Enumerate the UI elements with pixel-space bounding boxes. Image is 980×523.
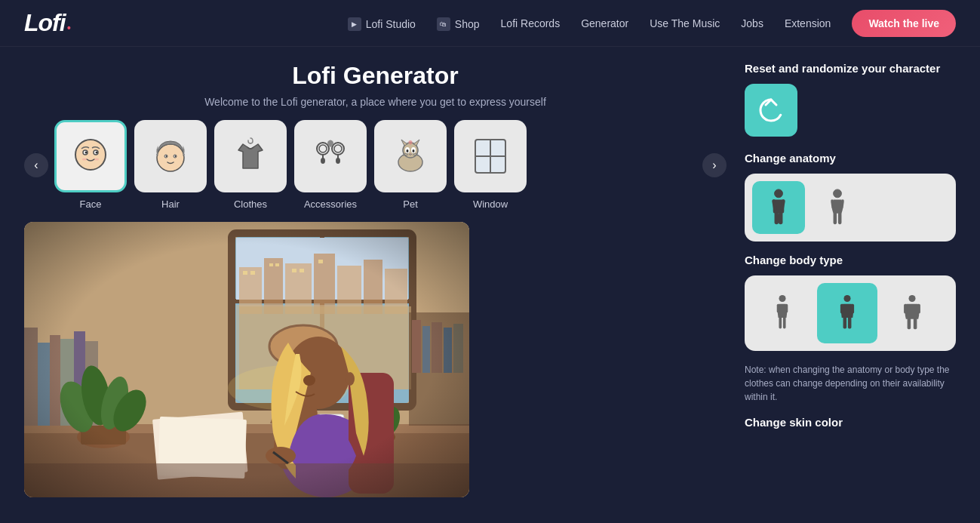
svg-point-25 bbox=[407, 149, 409, 152]
nav-item-use-the-music[interactable]: Use The Music bbox=[650, 17, 720, 30]
pet-icon bbox=[388, 134, 433, 179]
category-window[interactable]: Window bbox=[454, 120, 527, 210]
body-type-section-title: Change body type bbox=[745, 254, 956, 266]
svg-point-26 bbox=[413, 149, 415, 152]
svg-point-7 bbox=[157, 144, 184, 171]
category-clothes[interactable]: Clothes bbox=[214, 120, 287, 210]
page-subtitle: Welcome to the Lofi generator, a place w… bbox=[24, 96, 727, 108]
category-hair[interactable]: Hair bbox=[134, 120, 207, 210]
svg-rect-103 bbox=[24, 222, 469, 497]
svg-point-18 bbox=[334, 145, 342, 152]
nav-item-shop[interactable]: 🛍 Shop bbox=[437, 16, 480, 31]
svg-rect-116 bbox=[777, 304, 780, 313]
pet-label: Pet bbox=[403, 198, 418, 210]
svg-point-20 bbox=[336, 158, 340, 164]
accessories-label: Accessories bbox=[304, 198, 357, 210]
window-label: Window bbox=[473, 198, 508, 210]
male-anatomy-icon bbox=[763, 189, 794, 226]
svg-rect-109 bbox=[779, 212, 782, 224]
category-face[interactable]: Face bbox=[54, 120, 127, 210]
accessories-icon bbox=[308, 134, 353, 179]
reset-icon bbox=[756, 95, 786, 125]
svg-point-16 bbox=[321, 158, 325, 164]
svg-point-104 bbox=[775, 189, 783, 198]
svg-point-0 bbox=[75, 140, 106, 170]
anatomy-section-title: Change anatomy bbox=[745, 152, 956, 165]
svg-point-14 bbox=[319, 145, 327, 152]
character-scene bbox=[24, 222, 469, 497]
reset-section-title: Reset and randomize your character bbox=[745, 62, 956, 75]
svg-rect-118 bbox=[779, 316, 782, 328]
svg-rect-119 bbox=[783, 316, 786, 328]
face-label: Face bbox=[80, 198, 102, 210]
svg-rect-121 bbox=[840, 304, 844, 314]
clothes-icon-box bbox=[214, 120, 287, 192]
anatomy-options bbox=[745, 174, 956, 242]
female-anatomy-icon bbox=[822, 189, 853, 226]
svg-point-115 bbox=[779, 295, 785, 302]
watch-live-button-container: Watch the live bbox=[852, 10, 956, 37]
category-prev-button[interactable]: ‹ bbox=[24, 153, 48, 177]
svg-point-110 bbox=[834, 189, 842, 198]
svg-rect-117 bbox=[785, 304, 788, 313]
left-section: Lofi Generator Welcome to the Lofi gener… bbox=[24, 47, 727, 497]
large-body-icon bbox=[899, 294, 926, 332]
page-header: Lofi Generator Welcome to the Lofi gener… bbox=[24, 47, 727, 120]
svg-rect-108 bbox=[775, 212, 779, 224]
svg-rect-123 bbox=[843, 316, 847, 328]
category-pet[interactable]: Pet bbox=[374, 120, 447, 210]
svg-point-6 bbox=[94, 158, 99, 161]
hair-icon bbox=[148, 134, 193, 179]
page-title: Lofi Generator bbox=[24, 62, 727, 90]
svg-point-3 bbox=[85, 152, 88, 154]
svg-rect-129 bbox=[914, 318, 917, 329]
anatomy-male-button[interactable] bbox=[752, 181, 805, 234]
nav-item-lofi-records[interactable]: Lofi Records bbox=[501, 17, 561, 30]
category-selector: ‹ bbox=[24, 120, 727, 210]
nav-item-jobs[interactable]: Jobs bbox=[741, 17, 763, 30]
skin-color-title: Change skin color bbox=[745, 416, 956, 429]
body-type-medium-button[interactable] bbox=[817, 283, 877, 343]
clothes-icon bbox=[228, 134, 273, 179]
svg-rect-122 bbox=[851, 304, 855, 314]
body-type-slim-button[interactable] bbox=[752, 283, 813, 343]
svg-rect-124 bbox=[848, 316, 852, 328]
svg-point-5 bbox=[82, 158, 87, 161]
svg-rect-113 bbox=[834, 212, 837, 224]
anatomy-female-button[interactable] bbox=[811, 181, 864, 234]
clothes-label: Clothes bbox=[234, 198, 267, 210]
window-icon bbox=[468, 134, 513, 179]
medium-body-icon bbox=[834, 294, 861, 332]
nav-item-lofi-studio[interactable]: ▶ Lofi Studio bbox=[348, 16, 416, 31]
category-accessories[interactable]: Accessories bbox=[294, 120, 367, 210]
svg-point-125 bbox=[908, 295, 915, 302]
reset-randomize-button[interactable] bbox=[745, 84, 797, 137]
logo: Lofi bbox=[24, 9, 66, 37]
main-content: Lofi Generator Welcome to the Lofi gener… bbox=[0, 47, 980, 512]
svg-rect-114 bbox=[838, 212, 842, 224]
categories-list: Face bbox=[54, 120, 696, 210]
svg-point-11 bbox=[175, 155, 177, 157]
hair-label: Hair bbox=[161, 198, 180, 210]
svg-rect-127 bbox=[917, 304, 920, 314]
body-type-options bbox=[745, 275, 956, 351]
face-icon-box bbox=[54, 120, 127, 192]
nav-item-generator[interactable]: Generator bbox=[581, 17, 628, 30]
window-icon-box bbox=[454, 120, 527, 192]
watch-live-button[interactable]: Watch the live bbox=[852, 10, 956, 37]
shop-icon: 🛍 bbox=[437, 17, 450, 31]
right-sidebar: Reset and randomize your character Chang… bbox=[745, 47, 956, 497]
body-type-large-button[interactable] bbox=[882, 283, 942, 343]
hair-icon-box bbox=[134, 120, 207, 192]
lofi-studio-icon: ▶ bbox=[348, 17, 361, 31]
nav-item-extension[interactable]: Extension bbox=[785, 17, 831, 30]
svg-rect-128 bbox=[908, 318, 911, 329]
category-next-button[interactable]: › bbox=[702, 153, 727, 177]
svg-point-120 bbox=[843, 295, 850, 302]
navigation: Lofi ▶ Lofi Studio 🛍 Shop Lofi Records G… bbox=[0, 0, 980, 47]
svg-point-27 bbox=[410, 153, 411, 155]
face-icon bbox=[68, 134, 113, 179]
pet-icon-box bbox=[374, 120, 447, 192]
anatomy-note: Note: when changing the anatomy or body … bbox=[745, 363, 956, 404]
svg-rect-126 bbox=[904, 304, 908, 314]
